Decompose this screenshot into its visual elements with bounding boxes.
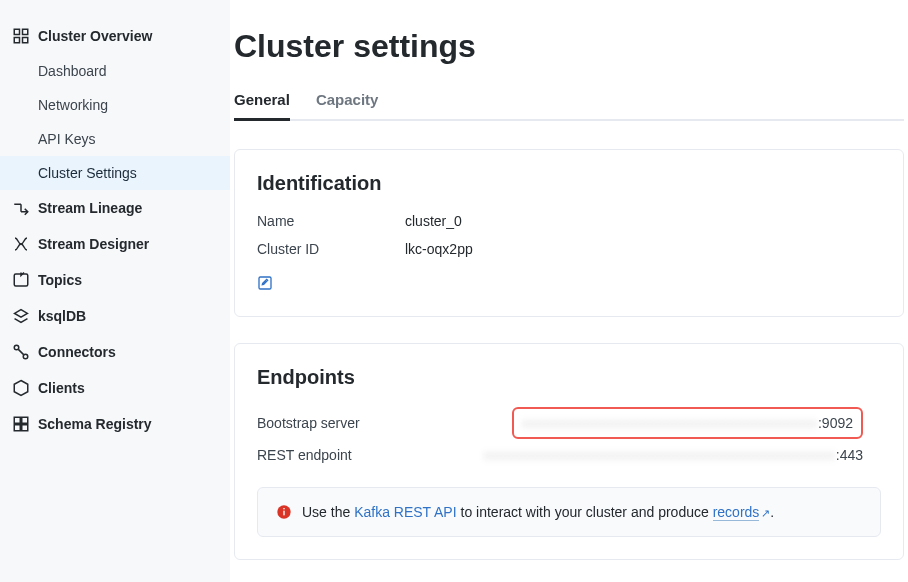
svg-rect-9 [14, 417, 20, 423]
external-link-icon: ↗ [761, 507, 770, 519]
svg-rect-10 [22, 417, 28, 423]
svg-rect-16 [283, 508, 284, 509]
sidebar-item-topics[interactable]: Topics [0, 262, 230, 298]
svg-rect-1 [23, 29, 28, 34]
sidebar-item-label: Topics [38, 272, 82, 288]
sidebar-item-label: ksqlDB [38, 308, 86, 324]
sidebar: Cluster Overview Dashboard Networking AP… [0, 0, 230, 582]
sidebar-item-cluster-overview[interactable]: Cluster Overview [0, 18, 230, 54]
svg-rect-0 [14, 29, 19, 34]
connectors-icon [12, 343, 30, 361]
schema-registry-icon [12, 415, 30, 433]
sidebar-item-stream-lineage[interactable]: Stream Lineage [0, 190, 230, 226]
info-icon [276, 504, 292, 520]
tab-capacity[interactable]: Capacity [316, 91, 379, 121]
svg-rect-12 [22, 425, 28, 431]
redacted-host: xxxxxxxxxxxxxxxxxxxxxxxxxxxxxxxxxxxxxxxx… [484, 447, 836, 463]
identification-card: Identification Name cluster_0 Cluster ID… [234, 149, 904, 317]
identification-title: Identification [257, 172, 881, 195]
sidebar-item-networking[interactable]: Networking [0, 88, 230, 122]
sidebar-item-label: Schema Registry [38, 416, 152, 432]
svg-rect-11 [14, 425, 20, 431]
kafka-rest-api-link[interactable]: Kafka REST API [354, 504, 456, 520]
edit-button[interactable] [257, 275, 273, 291]
name-value: cluster_0 [405, 213, 881, 229]
svg-rect-3 [23, 38, 28, 43]
topics-icon [12, 271, 30, 289]
sidebar-item-schema-registry[interactable]: Schema Registry [0, 406, 230, 442]
sidebar-item-label: Stream Lineage [38, 200, 142, 216]
name-label: Name [257, 213, 405, 229]
records-link[interactable]: records [713, 504, 760, 521]
clients-icon [12, 379, 30, 397]
bootstrap-label: Bootstrap server [257, 415, 405, 431]
tabs: General Capacity [234, 91, 904, 121]
endpoints-title: Endpoints [257, 366, 881, 389]
cluster-id-label: Cluster ID [257, 241, 405, 257]
bootstrap-server-highlight: xxxxxxxxxxxxxxxxxxxxxxxxxxxxxxxxxxxxx :9… [512, 407, 863, 439]
sidebar-item-connectors[interactable]: Connectors [0, 334, 230, 370]
info-text: Use the Kafka REST API to interact with … [302, 504, 774, 520]
sidebar-item-dashboard[interactable]: Dashboard [0, 54, 230, 88]
sidebar-item-api-keys[interactable]: API Keys [0, 122, 230, 156]
stream-designer-icon [12, 235, 30, 253]
info-bar: Use the Kafka REST API to interact with … [257, 487, 881, 537]
rest-label: REST endpoint [257, 447, 405, 463]
sidebar-item-ksqldb[interactable]: ksqlDB [0, 298, 230, 334]
tab-general[interactable]: General [234, 91, 290, 121]
info-prefix: Use the [302, 504, 354, 520]
sidebar-item-cluster-settings[interactable]: Cluster Settings [0, 156, 230, 190]
svg-point-7 [14, 345, 19, 350]
redacted-host: xxxxxxxxxxxxxxxxxxxxxxxxxxxxxxxxxxxxx [522, 415, 818, 431]
edit-icon [257, 275, 273, 291]
info-suffix: . [770, 504, 774, 520]
page-title: Cluster settings [234, 28, 904, 65]
sidebar-item-label: Connectors [38, 344, 116, 360]
cluster-overview-icon [12, 27, 30, 45]
main-content: Cluster settings General Capacity Identi… [230, 0, 908, 582]
info-mid: to interact with your cluster and produc… [457, 504, 713, 520]
sidebar-item-label: Stream Designer [38, 236, 149, 252]
endpoints-card: Endpoints Bootstrap server xxxxxxxxxxxxx… [234, 343, 904, 560]
bootstrap-value: :9092 [818, 415, 853, 431]
rest-value: :443 [836, 447, 863, 463]
svg-rect-15 [283, 511, 284, 516]
sidebar-item-label: Cluster Overview [38, 28, 152, 44]
cluster-id-value: lkc-oqx2pp [405, 241, 881, 257]
svg-point-8 [23, 354, 28, 359]
svg-rect-2 [14, 38, 19, 43]
sidebar-item-clients[interactable]: Clients [0, 370, 230, 406]
stream-lineage-icon [12, 199, 30, 217]
sidebar-item-stream-designer[interactable]: Stream Designer [0, 226, 230, 262]
sidebar-item-label: Clients [38, 380, 85, 396]
ksqldb-icon [12, 307, 30, 325]
